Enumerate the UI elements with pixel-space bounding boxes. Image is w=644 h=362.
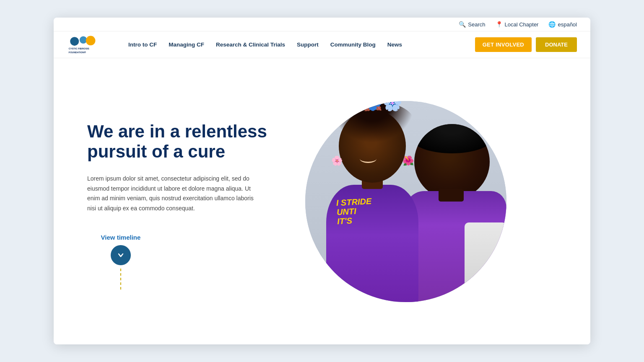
browser-frame: 🔍 Search 📍 Local Chapter 🌐 español CYSTI… [54, 18, 590, 344]
hero-section: We are in a relentless pursuit of a cure… [54, 58, 590, 344]
nav-buttons: GET INVOLVED DONATE [475, 37, 577, 52]
nav-research-trials[interactable]: Research & Clinical Trials [210, 41, 291, 48]
utility-bar: 🔍 Search 📍 Local Chapter 🌐 español [54, 18, 590, 31]
globe-icon: 🌐 [548, 21, 556, 28]
view-timeline-label[interactable]: View timeline [101, 234, 141, 241]
espanol-label: español [558, 21, 577, 28]
local-chapter-link[interactable]: 📍 Local Chapter [496, 21, 539, 28]
svg-point-1 [80, 36, 87, 43]
child-earring-right: 🌺 [402, 155, 414, 166]
nav-intro-cf[interactable]: Intro to CF [122, 41, 163, 48]
nav-links: Intro to CF Managing CF Research & Clini… [122, 41, 468, 48]
hero-image-area: 🌸🌺🌸 🌸 🌺 I STRIDE UNTI IT'S [297, 58, 515, 344]
logo[interactable]: CYSTIC FIBROSIS FOUNDATION® [67, 35, 109, 55]
search-link[interactable]: 🔍 Search [459, 21, 485, 28]
hero-photo: 🌸🌺🌸 🌸 🌺 I STRIDE UNTI IT'S [305, 101, 506, 302]
shirt-text: I STRIDE UNTI IT'S [336, 196, 373, 225]
hero-title: We are in a relentless pursuit of a cure [87, 122, 277, 162]
child-earring-left: 🌸 [331, 155, 343, 166]
nav-support[interactable]: Support [291, 41, 325, 48]
donate-button[interactable]: DONATE [536, 37, 577, 52]
hero-content: We are in a relentless pursuit of a cure… [54, 58, 297, 344]
svg-text:CYSTIC FIBROSIS: CYSTIC FIBROSIS [69, 47, 89, 49]
hero-photo-inner: 🌸🌺🌸 🌸 🌺 I STRIDE UNTI IT'S [305, 101, 506, 302]
timeline-dotted-line [120, 269, 121, 290]
view-timeline-section: View timeline [87, 234, 154, 290]
main-nav: CYSTIC FIBROSIS FOUNDATION® Intro to CF … [54, 31, 590, 58]
nav-community-blog[interactable]: Community Blog [325, 41, 382, 48]
svg-point-2 [86, 36, 96, 45]
adult-white-shirt-edge [465, 222, 506, 302]
svg-text:FOUNDATION®: FOUNDATION® [69, 51, 86, 53]
nav-news[interactable]: News [382, 41, 408, 48]
get-involved-button[interactable]: GET INVOLVED [475, 37, 532, 52]
child-bow-flowers: 🌸🌺🌸 [343, 101, 402, 112]
location-icon: 📍 [496, 21, 503, 28]
adult-head [414, 124, 490, 199]
timeline-scroll-button[interactable] [111, 245, 131, 265]
local-chapter-label: Local Chapter [505, 21, 539, 28]
search-label: Search [468, 21, 485, 28]
adult-neck [439, 189, 464, 202]
child-smile [360, 155, 377, 163]
hero-body-text: Lorem ipsum dolor sit amet, consectetur … [87, 174, 263, 214]
svg-point-0 [70, 37, 79, 46]
search-icon: 🔍 [459, 21, 466, 28]
nav-managing-cf[interactable]: Managing CF [163, 41, 210, 48]
espanol-link[interactable]: 🌐 español [548, 21, 577, 28]
